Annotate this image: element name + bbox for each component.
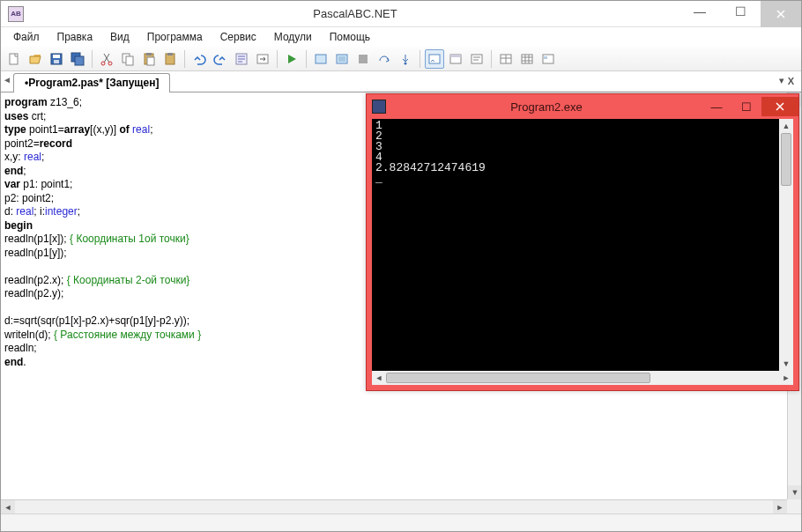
menu-modules[interactable]: Модули: [267, 29, 319, 45]
menu-help[interactable]: Помощь: [323, 29, 377, 45]
svg-rect-3: [54, 60, 59, 63]
open-file-icon[interactable]: [26, 49, 45, 69]
console-title: Program2.exe: [391, 100, 702, 114]
toolbar-separator: [306, 50, 307, 68]
console-icon: [372, 100, 386, 114]
svg-point-21: [405, 62, 407, 64]
scroll-right-icon[interactable]: ►: [779, 371, 793, 385]
svg-rect-2: [53, 55, 60, 58]
svg-rect-27: [522, 55, 532, 63]
nav-icon[interactable]: [253, 49, 272, 69]
paste-special-icon[interactable]: [160, 49, 180, 69]
menu-program[interactable]: Программа: [140, 29, 210, 45]
svg-rect-25: [472, 55, 482, 63]
svg-rect-20: [359, 55, 368, 63]
run-icon[interactable]: [282, 49, 301, 69]
editor-horizontal-scrollbar[interactable]: ◄ ►: [1, 499, 787, 514]
save-icon[interactable]: [47, 49, 66, 69]
close-button[interactable]: [761, 1, 801, 27]
tab-program2[interactable]: •Program2.pas* [Запущен]: [13, 73, 170, 92]
step-over-icon[interactable]: [375, 49, 394, 69]
tab-close-icon[interactable]: X: [788, 76, 794, 86]
cut-icon[interactable]: [97, 49, 116, 69]
svg-rect-11: [146, 53, 152, 55]
console-maximize-button[interactable]: ☐: [731, 97, 761, 116]
new-file-icon[interactable]: [4, 49, 24, 69]
svg-rect-19: [338, 56, 345, 62]
window-titlebar: AB PascalABC.NET — ☐: [1, 1, 801, 27]
properties-icon[interactable]: [232, 49, 251, 69]
stop-icon[interactable]: [353, 49, 373, 69]
copy-icon[interactable]: [118, 49, 137, 69]
toolbar-separator: [277, 50, 278, 68]
svg-rect-17: [316, 55, 326, 63]
svg-point-6: [101, 62, 105, 65]
menu-bar: Файл Правка Вид Программа Сервис Модули …: [1, 27, 801, 47]
tab-scroll-left-icon[interactable]: ◄: [3, 75, 11, 85]
undo-icon[interactable]: [189, 49, 209, 69]
tab-dropdown-icon[interactable]: ▾: [779, 75, 784, 86]
scroll-left-icon[interactable]: ◄: [372, 371, 386, 385]
paste-icon[interactable]: [139, 49, 159, 69]
svg-rect-0: [10, 54, 18, 64]
toolbar-separator: [92, 50, 93, 68]
svg-rect-22: [429, 55, 440, 63]
compile-icon[interactable]: [311, 49, 330, 69]
scroll-down-icon[interactable]: ▼: [779, 357, 793, 371]
console-close-button[interactable]: [761, 97, 798, 116]
scroll-left-icon[interactable]: ◄: [1, 500, 15, 514]
table1-icon[interactable]: [496, 49, 516, 69]
svg-rect-29: [544, 56, 547, 59]
console-minimize-button[interactable]: —: [702, 97, 731, 116]
scroll-thumb[interactable]: [386, 373, 650, 383]
app-icon: AB: [8, 6, 24, 22]
toolbar-separator: [491, 50, 492, 68]
console-titlebar[interactable]: Program2.exe — ☐: [367, 94, 798, 119]
svg-rect-24: [450, 55, 461, 57]
toolbar-separator: [184, 50, 185, 68]
toolbar: [1, 47, 801, 71]
table2-icon[interactable]: [517, 49, 537, 69]
scroll-corner: [787, 499, 801, 514]
menu-view[interactable]: Вид: [103, 29, 137, 45]
svg-rect-12: [147, 57, 154, 65]
toolbar-separator: [420, 50, 420, 68]
step-into-icon[interactable]: [396, 49, 415, 69]
tab-bar: ◄ •Program2.pas* [Запущен] ▾ X: [1, 71, 801, 92]
panel-output-icon[interactable]: [425, 49, 444, 69]
redo-icon[interactable]: [211, 49, 230, 69]
console-output[interactable]: 1 2 3 4 2.82842712474619 _: [372, 119, 779, 371]
status-bar: [1, 514, 801, 531]
save-all-icon[interactable]: [68, 49, 87, 69]
menu-file[interactable]: Файл: [6, 29, 47, 45]
scroll-right-icon[interactable]: ►: [773, 500, 787, 514]
svg-point-7: [108, 62, 112, 65]
console-horizontal-scrollbar[interactable]: ◄ ►: [372, 371, 793, 385]
panel-msg-icon[interactable]: [467, 49, 486, 69]
console-vertical-scrollbar[interactable]: ▲ ▼: [779, 119, 793, 371]
scroll-up-icon[interactable]: ▲: [779, 119, 793, 133]
minimize-button[interactable]: —: [679, 1, 720, 22]
scroll-down-icon[interactable]: ▼: [788, 485, 802, 499]
build-icon[interactable]: [332, 49, 352, 69]
maximize-button[interactable]: ☐: [720, 1, 761, 22]
panel-form-icon[interactable]: [446, 49, 465, 69]
menu-edit[interactable]: Правка: [50, 29, 100, 45]
scroll-thumb[interactable]: [781, 133, 791, 186]
svg-rect-5: [75, 56, 84, 65]
svg-rect-9: [126, 56, 133, 65]
window-title: PascalABC.NET: [31, 7, 679, 20]
svg-rect-14: [167, 53, 173, 55]
menu-service[interactable]: Сервис: [213, 29, 264, 45]
table3-icon[interactable]: [538, 49, 558, 69]
console-window: Program2.exe — ☐ 1 2 3 4 2.8284271247461…: [366, 93, 799, 391]
